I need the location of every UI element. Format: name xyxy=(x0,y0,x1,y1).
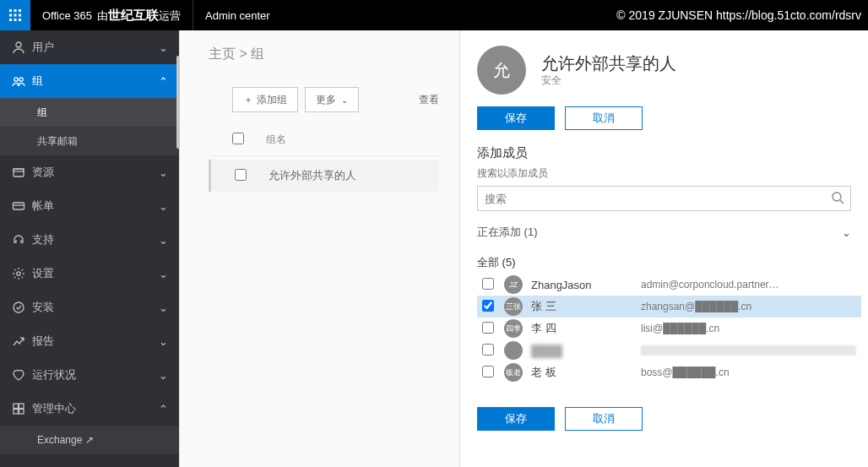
nav-item-support[interactable]: 支持⌄ xyxy=(0,223,179,257)
adding-label: 正在添加 (1) xyxy=(477,225,538,240)
chevron-down-icon: ⌄ xyxy=(341,95,348,105)
cancel-button[interactable]: 取消 xyxy=(565,106,643,130)
member-avatar xyxy=(504,341,523,360)
nav-subitem-shared-mailboxes[interactable]: 共享邮箱 xyxy=(0,127,179,155)
member-row[interactable]: 四李李 四lisi@██████.cn xyxy=(477,318,861,339)
billing-icon xyxy=(12,199,32,213)
nav-item-setup[interactable]: 安装⌄ xyxy=(0,291,179,324)
nav-item-health[interactable]: 运行状况⌄ xyxy=(0,358,179,392)
health-icon xyxy=(12,368,32,382)
table-row[interactable]: 允许外部共享的人 xyxy=(209,160,439,192)
settings-icon xyxy=(12,267,32,280)
nav-item-label: 运行状况 xyxy=(32,367,157,383)
support-icon xyxy=(12,233,32,247)
search-input[interactable] xyxy=(477,186,851,211)
member-row[interactable]: ████ xyxy=(477,339,861,361)
add-group-button[interactable]: ＋ 添加组 xyxy=(232,87,298,112)
row-checkbox[interactable] xyxy=(235,169,247,181)
nav-subitem-groups-groups[interactable]: 组 xyxy=(0,98,179,127)
member-email: boss@██████.cn xyxy=(641,367,856,378)
nav-item-label: 管理中心 xyxy=(32,401,157,416)
nav-item-label: 安装 xyxy=(32,300,157,315)
select-all-checkbox[interactable] xyxy=(232,133,244,144)
nav-item-admincenters[interactable]: 管理中心⌃ xyxy=(0,392,179,426)
member-row[interactable]: JZZhangJasonadmin@corponcloud.partner… xyxy=(477,274,861,296)
chevron-up-icon: ⌃ xyxy=(157,75,169,88)
svg-rect-8 xyxy=(19,19,21,21)
brand: Office 365 由世纪互联运营 xyxy=(30,0,193,30)
all-members-heading: 全部 (5) xyxy=(460,248,868,274)
member-checkbox[interactable] xyxy=(482,344,494,356)
details-flyout: 允 允许外部共享的人 安全 保存 取消 添加成员 搜索以添加成员 正在添加 (1… xyxy=(459,30,868,467)
member-email: admin@corponcloud.partner… xyxy=(641,279,856,291)
more-label: 更多 xyxy=(316,93,336,107)
chevron-down-icon: ⌄ xyxy=(157,369,169,382)
setup-icon xyxy=(12,301,32,314)
member-name: 张 三 xyxy=(531,299,632,314)
nav-item-users[interactable]: 用户⌄ xyxy=(0,30,179,64)
member-row[interactable]: 三张张 三zhangsan@██████.cn xyxy=(477,296,861,318)
member-email: zhangsan@██████.cn xyxy=(641,301,856,312)
chevron-down-icon: ⌄ xyxy=(157,41,169,54)
nav-subitem-admin-exchange[interactable]: Exchange ↗ xyxy=(0,426,179,454)
nav-item-reports[interactable]: 报告⌄ xyxy=(0,324,179,358)
chevron-down-icon: ⌄ xyxy=(157,268,169,280)
chevron-down-icon[interactable]: ⌄ xyxy=(842,226,851,239)
nav-item-billing[interactable]: 帐单⌄ xyxy=(0,189,179,223)
member-name: 李 四 xyxy=(531,321,632,336)
svg-rect-6 xyxy=(9,19,12,21)
search-hint: 搜索以添加成员 xyxy=(477,166,851,181)
svg-rect-12 xyxy=(14,169,24,176)
member-checkbox[interactable] xyxy=(482,322,494,334)
save-button-bottom[interactable]: 保存 xyxy=(477,407,555,431)
row-group-name: 允许外部共享的人 xyxy=(269,168,356,183)
member-avatar: 三张 xyxy=(504,297,523,316)
users-icon xyxy=(12,41,32,54)
reports-icon xyxy=(12,334,32,348)
admin-center-label: Admin center xyxy=(193,9,282,22)
svg-rect-1 xyxy=(14,9,17,12)
member-name: ████ xyxy=(531,345,632,357)
nav-item-resources[interactable]: 资源⌄ xyxy=(0,155,179,189)
member-checkbox[interactable] xyxy=(482,300,494,312)
members-list: JZZhangJasonadmin@corponcloud.partner…三张… xyxy=(460,274,868,383)
waffle-icon xyxy=(8,8,22,22)
scrollbar-thumb[interactable] xyxy=(176,56,180,149)
svg-point-9 xyxy=(16,42,21,47)
resources-icon xyxy=(12,166,32,179)
svg-rect-13 xyxy=(14,169,24,171)
member-avatar: 板老 xyxy=(504,363,523,382)
group-avatar: 允 xyxy=(477,46,526,95)
member-checkbox[interactable] xyxy=(482,366,494,377)
app-launcher-button[interactable] xyxy=(0,0,30,30)
svg-rect-7 xyxy=(14,19,17,21)
content-area: 主页 > 组 ＋ 添加组 更多 ⌄ 查看 组名 允许外部共享的人 xyxy=(179,30,459,467)
member-avatar: JZ xyxy=(504,275,523,294)
chevron-down-icon: ⌄ xyxy=(157,200,169,213)
flyout-top-buttons: 保存 取消 xyxy=(460,103,868,145)
nav-item-groups[interactable]: 组⌃ xyxy=(0,64,179,98)
search-icon[interactable] xyxy=(831,191,844,208)
member-row[interactable]: 板老老 板boss@██████.cn xyxy=(477,361,861,383)
add-members-section: 添加成员 搜索以添加成员 xyxy=(460,145,868,211)
breadcrumb: 主页 > 组 xyxy=(209,46,439,63)
svg-rect-20 xyxy=(14,410,19,415)
chevron-down-icon: ⌄ xyxy=(157,166,169,179)
svg-line-23 xyxy=(840,200,844,204)
chevron-down-icon: ⌄ xyxy=(157,301,169,314)
add-members-heading: 添加成员 xyxy=(477,145,851,161)
product-name: Office 365 xyxy=(42,9,92,22)
nav-item-label: 支持 xyxy=(32,232,157,247)
admincenters-icon xyxy=(12,402,32,415)
member-checkbox[interactable] xyxy=(482,278,494,290)
more-button[interactable]: 更多 ⌄ xyxy=(305,87,359,112)
flyout-footer-buttons: 保存 取消 xyxy=(460,383,868,443)
nav-item-settings[interactable]: 设置⌄ xyxy=(0,257,179,291)
save-button[interactable]: 保存 xyxy=(477,106,555,130)
svg-rect-4 xyxy=(14,14,17,17)
member-name: 老 板 xyxy=(531,365,632,380)
adding-row[interactable]: 正在添加 (1) ⌄ xyxy=(460,211,868,248)
operator-label: 由世纪互联运营 xyxy=(97,8,181,24)
cancel-button-bottom[interactable]: 取消 xyxy=(565,407,643,431)
svg-point-10 xyxy=(14,78,18,81)
